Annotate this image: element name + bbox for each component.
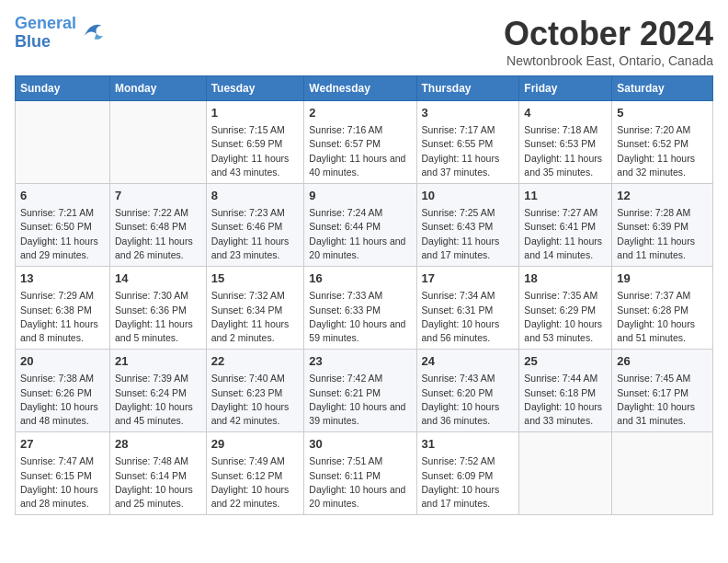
calendar-table: SundayMondayTuesdayWednesdayThursdayFrid…: [15, 75, 713, 515]
calendar-day-cell: 9Sunrise: 7:24 AM Sunset: 6:44 PM Daylig…: [304, 184, 416, 267]
day-info: Sunrise: 7:30 AM Sunset: 6:36 PM Dayligh…: [115, 289, 201, 345]
day-number: 28: [115, 436, 201, 453]
logo-text: GeneralBlue: [15, 15, 76, 52]
day-number: 4: [524, 105, 607, 121]
calendar-body: 1Sunrise: 7:15 AM Sunset: 6:59 PM Daylig…: [16, 101, 713, 515]
day-number: 17: [422, 270, 515, 287]
day-info: Sunrise: 7:21 AM Sunset: 6:50 PM Dayligh…: [20, 206, 105, 262]
calendar-day-cell: 2Sunrise: 7:16 AM Sunset: 6:57 PM Daylig…: [304, 101, 416, 184]
calendar-day-cell: 26Sunrise: 7:45 AM Sunset: 6:17 PM Dayli…: [612, 350, 713, 432]
calendar-day-cell: 7Sunrise: 7:22 AM Sunset: 6:48 PM Daylig…: [110, 184, 207, 267]
day-info: Sunrise: 7:23 AM Sunset: 6:46 PM Dayligh…: [211, 206, 300, 262]
day-number: 12: [617, 188, 708, 204]
calendar-day-cell: [110, 101, 207, 184]
month-title: October 2024: [504, 15, 713, 53]
day-info: Sunrise: 7:48 AM Sunset: 6:14 PM Dayligh…: [115, 454, 201, 511]
day-info: Sunrise: 7:29 AM Sunset: 6:38 PM Dayligh…: [20, 289, 105, 345]
calendar-week-row: 27Sunrise: 7:47 AM Sunset: 6:15 PM Dayli…: [16, 432, 713, 515]
day-info: Sunrise: 7:49 AM Sunset: 6:12 PM Dayligh…: [211, 454, 300, 511]
calendar-day-cell: [16, 101, 110, 184]
weekday-header-cell: Monday: [110, 76, 207, 101]
calendar-day-cell: 16Sunrise: 7:33 AM Sunset: 6:33 PM Dayli…: [304, 267, 416, 350]
calendar-day-cell: 4Sunrise: 7:18 AM Sunset: 6:53 PM Daylig…: [519, 101, 612, 184]
day-info: Sunrise: 7:28 AM Sunset: 6:39 PM Dayligh…: [617, 206, 708, 262]
day-number: 10: [422, 188, 515, 204]
day-info: Sunrise: 7:38 AM Sunset: 6:26 PM Dayligh…: [20, 372, 105, 428]
day-number: 26: [617, 353, 708, 370]
calendar-day-cell: 29Sunrise: 7:49 AM Sunset: 6:12 PM Dayli…: [206, 432, 304, 515]
calendar-day-cell: 31Sunrise: 7:52 AM Sunset: 6:09 PM Dayli…: [416, 432, 519, 515]
page-header: GeneralBlue October 2024 Newtonbrook Eas…: [15, 15, 713, 68]
calendar-week-row: 13Sunrise: 7:29 AM Sunset: 6:38 PM Dayli…: [16, 267, 713, 350]
calendar-day-cell: 28Sunrise: 7:48 AM Sunset: 6:14 PM Dayli…: [110, 432, 207, 515]
calendar-day-cell: 17Sunrise: 7:34 AM Sunset: 6:31 PM Dayli…: [416, 267, 519, 350]
day-number: 14: [115, 270, 201, 287]
calendar-week-row: 1Sunrise: 7:15 AM Sunset: 6:59 PM Daylig…: [16, 101, 713, 184]
calendar-day-cell: 6Sunrise: 7:21 AM Sunset: 6:50 PM Daylig…: [16, 184, 110, 267]
logo: GeneralBlue: [15, 15, 105, 52]
weekday-header-cell: Saturday: [612, 76, 713, 101]
day-info: Sunrise: 7:40 AM Sunset: 6:23 PM Dayligh…: [211, 372, 300, 428]
weekday-header-cell: Sunday: [16, 76, 110, 101]
weekday-header-row: SundayMondayTuesdayWednesdayThursdayFrid…: [16, 76, 713, 101]
day-number: 19: [617, 270, 708, 287]
calendar-day-cell: 15Sunrise: 7:32 AM Sunset: 6:34 PM Dayli…: [206, 267, 304, 350]
calendar-day-cell: 11Sunrise: 7:27 AM Sunset: 6:41 PM Dayli…: [519, 184, 612, 267]
calendar-day-cell: 25Sunrise: 7:44 AM Sunset: 6:18 PM Dayli…: [519, 350, 612, 432]
day-info: Sunrise: 7:20 AM Sunset: 6:52 PM Dayligh…: [617, 123, 708, 179]
day-info: Sunrise: 7:25 AM Sunset: 6:43 PM Dayligh…: [422, 206, 515, 262]
day-number: 7: [115, 188, 201, 204]
calendar-day-cell: 3Sunrise: 7:17 AM Sunset: 6:55 PM Daylig…: [416, 101, 519, 184]
calendar-day-cell: 22Sunrise: 7:40 AM Sunset: 6:23 PM Dayli…: [206, 350, 304, 432]
calendar-day-cell: 27Sunrise: 7:47 AM Sunset: 6:15 PM Dayli…: [16, 432, 110, 515]
day-info: Sunrise: 7:42 AM Sunset: 6:21 PM Dayligh…: [309, 372, 411, 428]
day-number: 21: [115, 353, 201, 370]
calendar-day-cell: 14Sunrise: 7:30 AM Sunset: 6:36 PM Dayli…: [110, 267, 207, 350]
day-number: 25: [524, 353, 607, 370]
day-number: 24: [422, 353, 515, 370]
day-info: Sunrise: 7:27 AM Sunset: 6:41 PM Dayligh…: [524, 206, 607, 262]
day-number: 18: [524, 270, 607, 287]
day-info: Sunrise: 7:51 AM Sunset: 6:11 PM Dayligh…: [309, 454, 411, 511]
weekday-header-cell: Wednesday: [304, 76, 416, 101]
day-number: 23: [309, 353, 411, 370]
day-info: Sunrise: 7:47 AM Sunset: 6:15 PM Dayligh…: [20, 454, 105, 511]
day-number: 2: [309, 105, 411, 121]
calendar-day-cell: 24Sunrise: 7:43 AM Sunset: 6:20 PM Dayli…: [416, 350, 519, 432]
day-number: 27: [20, 436, 105, 453]
day-info: Sunrise: 7:33 AM Sunset: 6:33 PM Dayligh…: [309, 289, 411, 345]
weekday-header-cell: Tuesday: [206, 76, 304, 101]
calendar-day-cell: 8Sunrise: 7:23 AM Sunset: 6:46 PM Daylig…: [206, 184, 304, 267]
day-number: 3: [422, 105, 515, 121]
day-number: 1: [211, 105, 300, 121]
day-info: Sunrise: 7:52 AM Sunset: 6:09 PM Dayligh…: [422, 454, 515, 511]
calendar-day-cell: 5Sunrise: 7:20 AM Sunset: 6:52 PM Daylig…: [612, 101, 713, 184]
day-info: Sunrise: 7:35 AM Sunset: 6:29 PM Dayligh…: [524, 289, 607, 345]
day-number: 9: [309, 188, 411, 204]
day-info: Sunrise: 7:44 AM Sunset: 6:18 PM Dayligh…: [524, 372, 607, 428]
day-number: 6: [20, 188, 105, 204]
logo-icon: [79, 18, 105, 44]
calendar-week-row: 20Sunrise: 7:38 AM Sunset: 6:26 PM Dayli…: [16, 350, 713, 432]
calendar-day-cell: 1Sunrise: 7:15 AM Sunset: 6:59 PM Daylig…: [206, 101, 304, 184]
title-block: October 2024 Newtonbrook East, Ontario, …: [504, 15, 713, 68]
calendar-day-cell: 21Sunrise: 7:39 AM Sunset: 6:24 PM Dayli…: [110, 350, 207, 432]
day-info: Sunrise: 7:37 AM Sunset: 6:28 PM Dayligh…: [617, 289, 708, 345]
day-info: Sunrise: 7:15 AM Sunset: 6:59 PM Dayligh…: [211, 123, 300, 179]
calendar-day-cell: 10Sunrise: 7:25 AM Sunset: 6:43 PM Dayli…: [416, 184, 519, 267]
day-info: Sunrise: 7:24 AM Sunset: 6:44 PM Dayligh…: [309, 206, 411, 262]
day-number: 20: [20, 353, 105, 370]
day-info: Sunrise: 7:18 AM Sunset: 6:53 PM Dayligh…: [524, 123, 607, 179]
day-number: 31: [422, 436, 515, 453]
calendar-day-cell: 20Sunrise: 7:38 AM Sunset: 6:26 PM Dayli…: [16, 350, 110, 432]
calendar-day-cell: [612, 432, 713, 515]
weekday-header-cell: Friday: [519, 76, 612, 101]
day-number: 15: [211, 270, 300, 287]
day-number: 8: [211, 188, 300, 204]
calendar-day-cell: 13Sunrise: 7:29 AM Sunset: 6:38 PM Dayli…: [16, 267, 110, 350]
calendar-day-cell: 12Sunrise: 7:28 AM Sunset: 6:39 PM Dayli…: [612, 184, 713, 267]
day-number: 29: [211, 436, 300, 453]
calendar-day-cell: [519, 432, 612, 515]
calendar-day-cell: 19Sunrise: 7:37 AM Sunset: 6:28 PM Dayli…: [612, 267, 713, 350]
day-number: 22: [211, 353, 300, 370]
